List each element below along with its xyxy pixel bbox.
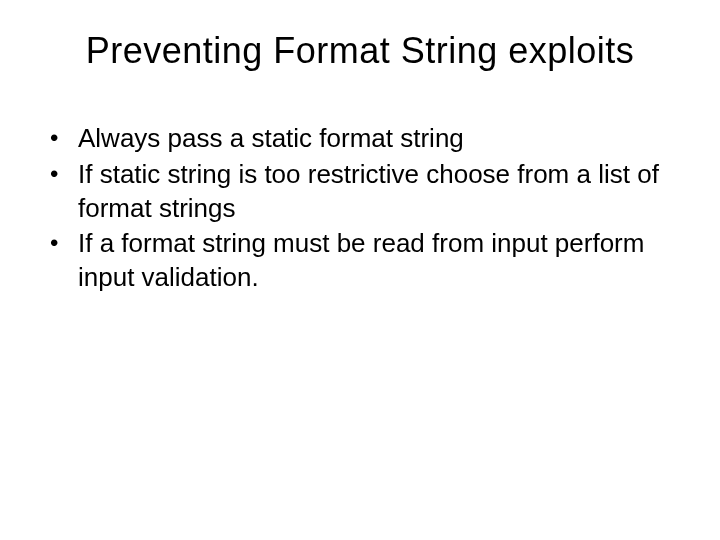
slide-container: Preventing Format String exploits Always…: [0, 0, 720, 540]
bullet-item: Always pass a static format string: [48, 122, 680, 156]
bullet-list: Always pass a static format string If st…: [40, 122, 680, 295]
bullet-item: If a format string must be read from inp…: [48, 227, 680, 295]
bullet-item: If static string is too restrictive choo…: [48, 158, 680, 226]
slide-title: Preventing Format String exploits: [40, 30, 680, 72]
